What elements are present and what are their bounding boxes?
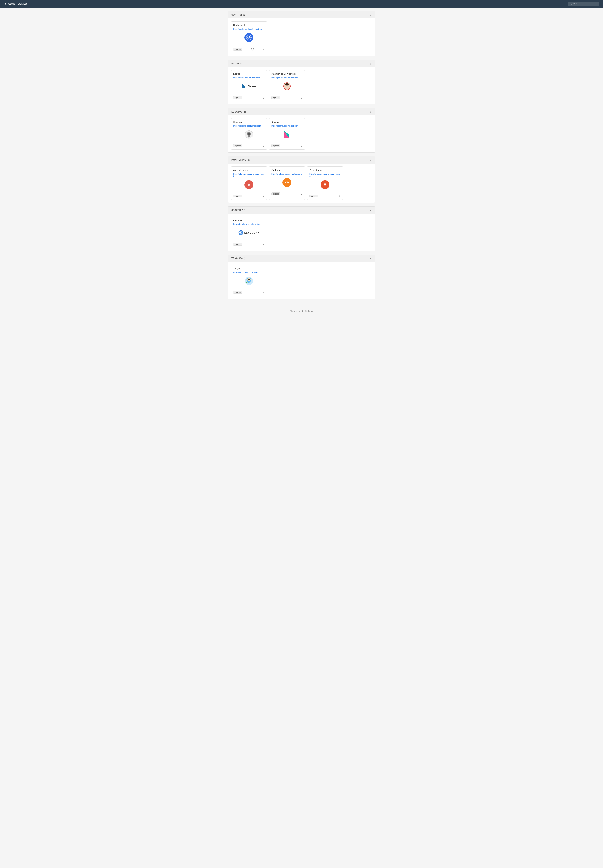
service-name: Grafana [271, 169, 303, 172]
service-url[interactable]: https://nexus.delivery.test.com/ [233, 77, 264, 79]
svg-point-31 [248, 183, 249, 184]
ingress-badge: Ingress [309, 195, 319, 197]
service-card-footer: Ingress ∨ [271, 143, 303, 147]
card-chevron-icon[interactable]: ∨ [301, 144, 303, 147]
cards-grid-control: Dashboard https://dashboard.control.test… [228, 19, 375, 56]
cards-grid-security: keycloak https://keycloak.security.test.… [228, 214, 375, 251]
service-url[interactable]: https://keycloak.security.test.com [233, 223, 264, 225]
svg-rect-15 [242, 84, 243, 88]
service-card-footer: Ingress ∨ [233, 46, 264, 51]
svg-point-36 [287, 181, 288, 182]
app-header: Forecastle - Stakater [0, 0, 603, 8]
card-chevron-icon[interactable]: ∨ [263, 243, 264, 246]
card-chevron-icon[interactable]: ∨ [263, 144, 264, 147]
namespace-label-monitoring: MONITORING (3) [231, 159, 250, 161]
svg-point-48 [248, 279, 249, 280]
service-url[interactable]: https://jenkins.delivery.test.com [271, 77, 303, 79]
namespace-label-tracing: TRACING (1) [231, 257, 245, 260]
service-card-footer: Ingress ∨ [233, 289, 264, 294]
service-name: Nexus [233, 73, 264, 75]
search-icon [570, 3, 572, 5]
namespace-header-logging[interactable]: LOGGING (2) ∧ [228, 108, 375, 115]
svg-rect-24 [286, 88, 288, 90]
service-name: Prometheus [309, 169, 341, 172]
service-logo: KEYCLOAK [233, 227, 264, 238]
main-content: CONTROL (1) ∧ Dashboard https://dashboar… [221, 8, 382, 306]
service-card-kibana: Kibana https://kibana.logging.test.com I… [269, 118, 305, 150]
namespace-section-tracing: TRACING (1) ∧ Jaeger https://jaeger.trac… [228, 255, 375, 299]
service-card-footer: Ingress ∨ [233, 193, 264, 197]
service-card-alert-manager: Alert Manager https://alertmanager.monit… [231, 166, 267, 200]
app-footer: Made with ♥ by Stakater [0, 306, 603, 316]
svg-rect-29 [249, 135, 249, 137]
namespace-header-control[interactable]: CONTROL (1) ∧ [228, 11, 375, 19]
service-card-footer: Ingress ∨ [271, 191, 303, 195]
ingress-badge: Ingress [233, 96, 242, 99]
card-chevron-icon[interactable]: ∨ [263, 96, 264, 99]
svg-rect-16 [243, 85, 244, 88]
service-logo [233, 129, 264, 140]
alertmanager-icon [244, 180, 254, 189]
chevron-up-icon-control: ∧ [370, 14, 372, 16]
service-logo [271, 129, 303, 140]
chevron-up-icon-delivery: ∧ [370, 62, 372, 65]
service-url[interactable]: https://grafana.monitoring.test.com/ [271, 173, 303, 175]
namespace-section-logging: LOGGING (2) ∧ Cerebro https://cerebro.lo… [228, 108, 375, 153]
card-chevron-icon[interactable]: ∨ [339, 195, 341, 197]
service-card-grafana: Grafana https://grafana.monitoring.test.… [269, 166, 305, 200]
service-logo [309, 179, 341, 190]
service-url[interactable]: https://kibana.logging.test.com [271, 125, 303, 127]
service-card-nexus: Nexus https://nexus.delivery.test.com/ N… [231, 70, 267, 101]
service-logo [233, 179, 264, 190]
namespace-header-monitoring[interactable]: MONITORING (3) ∧ [228, 156, 375, 164]
service-name: Dashboard [233, 24, 264, 26]
svg-point-47 [247, 278, 250, 281]
namespace-label-control: CONTROL (1) [231, 14, 246, 16]
service-name: Jaeger [233, 267, 264, 270]
jenkins-icon [283, 82, 291, 91]
card-chevron-icon[interactable]: ∨ [263, 195, 264, 197]
namespace-label-security: SECURITY (1) [231, 209, 246, 212]
namespace-header-security[interactable]: SECURITY (1) ∧ [228, 207, 375, 214]
card-chevron-icon[interactable]: ∨ [263, 291, 264, 294]
service-card-keycloak: keycloak https://keycloak.security.test.… [231, 217, 267, 248]
service-name: Alert Manager [233, 169, 264, 172]
service-card-footer: Ingress ∨ [233, 241, 264, 246]
ingress-badge: Ingress [233, 48, 242, 51]
service-url[interactable]: https://jaeger.tracing.test.com [233, 271, 264, 273]
ingress-badge: Ingress [233, 144, 242, 147]
namespace-section-monitoring: MONITORING (3) ∧ Alert Manager https://a… [228, 156, 375, 203]
namespace-section-security: SECURITY (1) ∧ keycloak https://keycloak… [228, 206, 375, 251]
ingress-badge: Ingress [271, 144, 280, 147]
namespace-header-delivery[interactable]: DELIVERY (2) ∧ [228, 60, 375, 67]
service-name: Cerebro [233, 121, 264, 123]
service-url[interactable]: https://alertmanager.monitoring.test.... [233, 173, 264, 177]
service-url[interactable]: https://dashboard.control.test.com [233, 28, 264, 30]
card-chevron-icon[interactable]: ∨ [301, 192, 303, 195]
app-title: Forecastle - Stakater [4, 2, 27, 5]
namespace-label-delivery: DELIVERY (2) [231, 62, 246, 65]
ingress-badge: Ingress [233, 195, 242, 197]
search-input[interactable] [573, 3, 598, 5]
service-card-footer: Ingress ∨ [309, 193, 341, 197]
card-chevron-icon[interactable]: ∨ [301, 96, 303, 99]
nexus-icon: Nexus [241, 84, 256, 89]
svg-point-44 [240, 232, 241, 233]
svg-point-49 [249, 279, 250, 280]
namespace-section-delivery: DELIVERY (2) ∧ Nexus https://nexus.deliv… [228, 60, 375, 104]
service-url[interactable]: https://cerebro.logging.test.com [233, 125, 264, 127]
namespace-section-control: CONTROL (1) ∧ Dashboard https://dashboar… [228, 11, 375, 56]
service-logo: Nexus [233, 81, 264, 92]
ingress-badge: Ingress [233, 291, 242, 294]
service-card-footer: Ingress ∨ [233, 94, 264, 99]
card-chevron-icon[interactable]: ∨ [263, 48, 264, 51]
service-logo [233, 275, 264, 286]
service-logo [233, 32, 264, 43]
cerebro-icon [244, 130, 254, 139]
jaeger-icon [244, 276, 254, 285]
namespace-header-tracing[interactable]: TRACING (1) ∧ [228, 255, 375, 262]
service-url[interactable]: https://prometheus.monitoring.test.c... [309, 173, 341, 177]
svg-point-23 [287, 85, 288, 86]
cards-grid-delivery: Nexus https://nexus.delivery.test.com/ N… [228, 67, 375, 104]
service-card-footer: Ingress ∨ [233, 143, 264, 147]
